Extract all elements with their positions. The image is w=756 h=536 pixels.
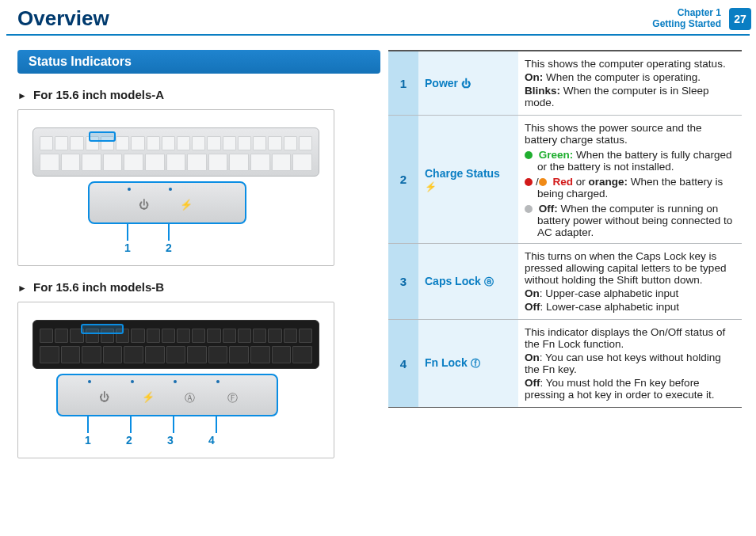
fn-lock-icon: Ⓕ (227, 391, 238, 405)
table-row: 1Power ⏻This shows the computer operatin… (388, 51, 742, 116)
diagram-models-a: ⏻ ⚡ 1 2 (17, 109, 334, 266)
row-description: This indicator displays the On/Off statu… (518, 320, 742, 408)
indicator-icon: ⚡ (425, 181, 437, 192)
subheading-models-b: ► For 15.6 inch models-B (17, 280, 380, 294)
row-description: This shows the power source and the batt… (518, 116, 742, 244)
charge-icon: ⚡ (142, 391, 155, 403)
highlight-box (89, 131, 116, 142)
right-column: 1Power ⏻This shows the computer operatin… (388, 50, 742, 463)
row-name: Charge Status ⚡ (418, 116, 518, 244)
callout-label: 1 (107, 241, 148, 254)
power-icon: ⏻ (99, 391, 109, 403)
header-right: Chapter 1 Getting Started 27 (652, 8, 756, 30)
subheading-models-a: ► For 15.6 inch models-A (17, 88, 380, 101)
callout-label: 4 (191, 434, 232, 447)
row-description: This shows the computer operating status… (518, 51, 742, 116)
callout-label: 2 (148, 241, 189, 254)
row-number: 1 (388, 51, 418, 116)
table-row: 4Fn Lock ⓕThis indicator displays the On… (388, 320, 742, 408)
row-number: 2 (388, 116, 418, 244)
row-name: Fn Lock ⓕ (418, 320, 518, 408)
row-number: 4 (388, 320, 418, 408)
body-columns: Status Indicators ► For 15.6 inch models… (0, 36, 756, 463)
keyboard-illustration-a (32, 127, 319, 177)
row-number: 3 (388, 244, 418, 320)
indicator-icon: ⓐ (484, 276, 494, 287)
page-title: Overview (17, 6, 109, 31)
indicator-icon: ⓕ (471, 358, 480, 369)
panel-a-labels: 1 2 (107, 241, 319, 254)
arrow-icon: ► (17, 283, 27, 294)
row-name: Caps Lock ⓐ (418, 244, 518, 320)
page-header: Overview Chapter 1 Getting Started 27 (0, 0, 756, 34)
page-number-badge: 27 (729, 8, 751, 30)
indicator-panel-a: ⏻ ⚡ (88, 181, 246, 224)
arrow-icon: ► (17, 90, 27, 101)
indicator-panel-b: ⏻ ⚡ Ⓐ Ⓕ (56, 374, 278, 416)
keyboard-illustration-b (32, 320, 319, 369)
table-row: 2Charge Status ⚡This shows the power sou… (388, 116, 742, 244)
power-icon: ⏻ (139, 199, 149, 211)
callout-label: 1 (67, 434, 109, 447)
highlight-box (81, 324, 124, 334)
caps-lock-icon: Ⓐ (185, 391, 195, 405)
row-name: Power ⏻ (418, 51, 518, 116)
panel-b-labels: 1 2 3 4 (67, 434, 319, 447)
page: Overview Chapter 1 Getting Started 27 St… (0, 0, 756, 536)
indicator-icon: ⏻ (461, 78, 471, 89)
callout-label: 3 (150, 434, 191, 447)
chapter-label: Chapter 1 Getting Started (652, 8, 721, 29)
table-row: 3Caps Lock ⓐThis turns on when the Caps … (388, 244, 742, 320)
chapter-number: Chapter 1 (652, 8, 721, 18)
row-description: This turns on when the Caps Lock key is … (518, 244, 742, 320)
status-indicators-table: 1Power ⏻This shows the computer operatin… (388, 50, 742, 408)
section-heading: Status Indicators (17, 50, 380, 74)
chapter-name: Getting Started (652, 19, 721, 29)
charge-icon: ⚡ (180, 199, 193, 211)
diagram-models-b: ⏻ ⚡ Ⓐ Ⓕ 1 2 3 4 (17, 302, 334, 458)
callout-label: 2 (109, 434, 150, 447)
left-column: Status Indicators ► For 15.6 inch models… (17, 50, 380, 463)
